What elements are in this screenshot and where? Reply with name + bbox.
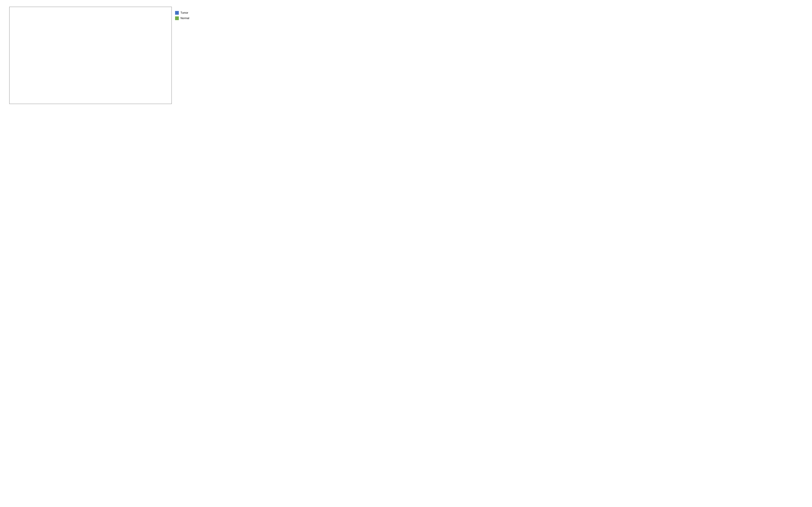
x-axis-label: THCA — [149, 115, 155, 121]
svg-point-15 — [24, 96, 25, 97]
svg-point-240 — [149, 65, 150, 66]
svg-point-116 — [78, 71, 79, 72]
legend-item: Normal — [175, 16, 199, 20]
svg-point-237 — [149, 60, 150, 60]
svg-point-208 — [133, 58, 133, 58]
svg-point-180 — [119, 65, 119, 66]
svg-point-126 — [81, 58, 82, 58]
svg-point-185 — [119, 57, 119, 58]
x-axis-label: COAD — [54, 115, 61, 121]
svg-point-16 — [24, 10, 25, 11]
svg-point-172 — [108, 66, 109, 67]
svg-point-169 — [108, 60, 109, 60]
svg-point-93 — [65, 80, 65, 80]
svg-text:8: 8 — [16, 89, 17, 92]
svg-point-264 — [163, 67, 163, 68]
svg-point-75 — [54, 69, 54, 69]
svg-point-55 — [40, 57, 41, 58]
chart-container: 8101214 BLCABRCACOADHNSCKICHKIRCLUADLUSC… — [4, 3, 199, 124]
svg-point-182 — [119, 67, 119, 68]
svg-point-135 — [92, 63, 92, 63]
svg-point-262 — [163, 66, 163, 66]
svg-point-51 — [40, 40, 41, 41]
svg-point-184 — [119, 70, 119, 70]
svg-point-163 — [105, 74, 106, 74]
svg-point-204 — [133, 62, 133, 63]
svg-point-76 — [54, 67, 54, 67]
svg-point-111 — [78, 63, 79, 63]
y-axis-label — [4, 6, 9, 124]
x-axis-label: UCEC — [163, 115, 169, 121]
svg-rect-140 — [94, 56, 95, 64]
svg-point-86 — [64, 103, 65, 104]
svg-point-197 — [122, 68, 122, 68]
svg-point-125 — [81, 67, 82, 68]
svg-point-186 — [119, 72, 119, 73]
svg-text:10: 10 — [15, 66, 17, 69]
svg-point-156 — [105, 94, 106, 95]
svg-point-192 — [122, 59, 122, 60]
svg-point-225 — [146, 64, 147, 65]
svg-point-68 — [51, 72, 52, 72]
svg-point-259 — [162, 41, 163, 42]
svg-point-231 — [146, 70, 147, 71]
svg-point-80 — [54, 63, 54, 64]
svg-point-181 — [119, 63, 119, 63]
svg-point-22 — [24, 58, 24, 59]
svg-point-216 — [135, 65, 136, 65]
svg-point-161 — [105, 70, 106, 70]
svg-point-132 — [92, 35, 93, 36]
svg-point-254 — [160, 78, 160, 79]
svg-point-209 — [133, 70, 133, 71]
svg-point-104 — [67, 60, 68, 60]
svg-point-41 — [37, 63, 38, 63]
svg-point-91 — [65, 73, 65, 74]
svg-point-266 — [163, 70, 163, 70]
svg-point-63 — [51, 81, 52, 82]
svg-rect-255 — [162, 60, 163, 68]
svg-point-261 — [163, 62, 163, 62]
svg-point-43 — [37, 60, 38, 61]
svg-point-148 — [95, 56, 95, 56]
svg-point-195 — [122, 66, 122, 67]
svg-point-44 — [37, 69, 38, 69]
svg-rect-221 — [146, 60, 147, 68]
svg-point-151 — [95, 67, 95, 67]
svg-rect-47 — [40, 57, 41, 70]
violin-chart: 8101214 — [9, 7, 171, 104]
svg-point-136 — [92, 56, 92, 56]
svg-point-133 — [92, 60, 92, 61]
svg-point-32 — [27, 75, 27, 76]
legend-label: Normal — [181, 17, 189, 20]
svg-point-219 — [135, 58, 136, 58]
svg-point-78 — [54, 65, 54, 66]
svg-point-56 — [40, 70, 41, 70]
svg-point-81 — [54, 72, 54, 73]
svg-rect-35 — [37, 61, 38, 69]
svg-point-53 — [40, 60, 41, 61]
svg-point-226 — [146, 62, 147, 62]
svg-point-115 — [78, 57, 79, 58]
svg-point-66 — [51, 70, 52, 71]
svg-point-265 — [163, 58, 163, 59]
svg-point-260 — [163, 64, 163, 65]
svg-point-77 — [54, 70, 54, 70]
svg-point-173 — [108, 56, 109, 57]
x-axis-label: KICH — [81, 115, 87, 120]
svg-point-253 — [160, 56, 160, 57]
svg-point-114 — [78, 69, 79, 69]
svg-rect-117 — [81, 60, 82, 68]
svg-point-18 — [24, 65, 24, 66]
svg-point-149 — [95, 64, 95, 65]
svg-point-134 — [92, 58, 92, 59]
svg-point-191 — [122, 62, 122, 62]
svg-point-160 — [105, 62, 106, 62]
svg-rect-164 — [108, 58, 109, 67]
svg-point-39 — [37, 97, 38, 98]
svg-point-263 — [163, 59, 163, 60]
svg-point-228 — [146, 59, 147, 60]
svg-point-236 — [149, 62, 150, 62]
svg-point-252 — [160, 72, 160, 72]
svg-point-65 — [51, 67, 52, 68]
svg-point-45 — [37, 54, 38, 54]
